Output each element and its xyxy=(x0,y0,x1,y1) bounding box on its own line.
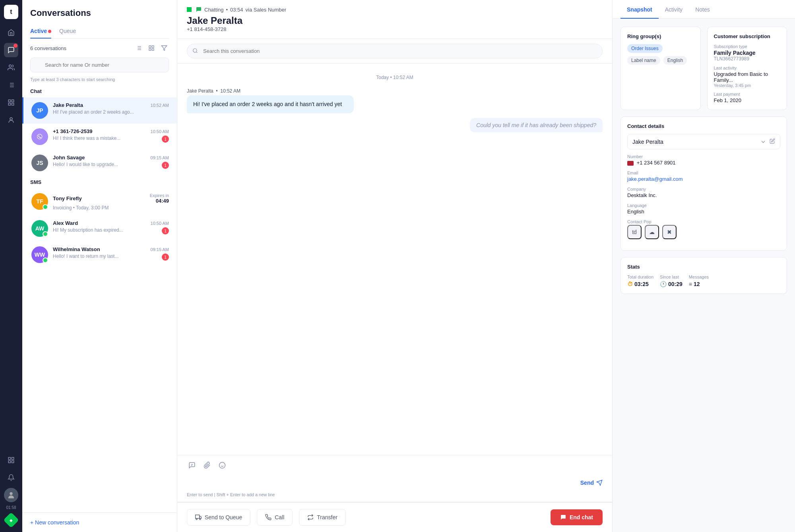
channel-status-dot xyxy=(187,7,192,12)
chat-bottom-bar: Send to Queue Call Transfer End chat xyxy=(177,502,612,532)
conv-item-info: Wilhelmina Watson 09:15 AM Hello! I want… xyxy=(53,246,169,263)
chat-text-input[interactable] xyxy=(187,475,576,491)
new-conversation-button[interactable]: + New conversation xyxy=(30,519,79,526)
contact-details-card: Contact details Jake Peralta Number +1 2… xyxy=(620,116,787,251)
nav-home-icon[interactable] xyxy=(4,25,18,40)
svg-rect-37 xyxy=(196,515,200,518)
svg-point-40 xyxy=(200,518,201,520)
messages-icon: ≡ xyxy=(689,281,692,287)
pop-icon-x[interactable]: ✖ xyxy=(662,225,677,239)
nav-teams-icon[interactable] xyxy=(4,113,18,127)
chat-input-area: Send Enter to send | Shift + Enter to ad… xyxy=(177,455,612,502)
nav-contacts-icon[interactable] xyxy=(4,60,18,75)
ring-groups-title: Ring group(s) xyxy=(627,33,694,39)
conv-item-name: +1 361-726-2539 xyxy=(53,128,92,134)
ring-group-tag: Label name xyxy=(627,56,660,65)
list-item[interactable]: AW Alex Ward 10:50 AM Hi! My subscriptio… xyxy=(22,215,177,242)
conv-item-preview: Hello! I would like to upgrade... xyxy=(53,162,118,169)
stat-total-duration-value: ⏱ 03:25 xyxy=(627,281,653,287)
chat-search-input[interactable] xyxy=(187,44,603,58)
last-activity-time: Yesterday, 3:45 pm xyxy=(714,83,781,88)
unread-badge: 1 xyxy=(162,135,169,143)
ring-group-tag: Order Issues xyxy=(627,44,663,53)
tab-snapshot[interactable]: Snapshot xyxy=(620,0,659,18)
email-label: Email xyxy=(627,170,780,175)
contact-language: English xyxy=(627,209,780,215)
conv-item-name: John Savage xyxy=(53,155,85,161)
contact-selector[interactable]: Jake Peralta xyxy=(627,134,780,149)
list-item[interactable]: JP Jake Peralta 10:52 AM Hi! I've placed… xyxy=(22,97,177,124)
conv-item-preview: Hi! I've placed an order 2 weeks ago... xyxy=(53,109,134,115)
stats-card: Stats Total duration ⏱ 03:25 Since last … xyxy=(620,257,787,294)
conv-list-view-btn[interactable] xyxy=(134,43,143,53)
avatar: JS xyxy=(31,155,48,171)
avatar: WW xyxy=(31,246,48,263)
end-chat-icon xyxy=(560,514,566,520)
nav-tasks-icon[interactable] xyxy=(4,78,18,92)
attach-icon[interactable] xyxy=(202,460,212,472)
contact-details-title: Contact details xyxy=(627,123,780,129)
sms-badge xyxy=(43,257,48,263)
tab-queue[interactable]: Queue xyxy=(59,25,76,38)
transfer-button[interactable]: Transfer xyxy=(299,509,346,526)
conv-item-info: Alex Ward 10:50 AM Hi! My subscription h… xyxy=(53,220,169,237)
list-item[interactable]: +1 361-726-2539 10:50 AM Hi! I think the… xyxy=(22,124,177,150)
chat-customer-name: Jake Peralta xyxy=(187,15,603,26)
contact-email-row: Email jake.peralta@gmail.com xyxy=(627,170,780,182)
end-chat-button[interactable]: End chat xyxy=(551,509,603,525)
send-button[interactable]: Send xyxy=(580,480,603,486)
svg-point-11 xyxy=(10,118,12,120)
conv-item-preview: Hello! I want to return my last... xyxy=(53,253,118,261)
svg-point-34 xyxy=(219,462,225,468)
expires-time: 04:49 xyxy=(150,198,169,204)
conv-item-time: 10:52 AM xyxy=(151,103,169,108)
chat-customer-phone: +1 814-458-3728 xyxy=(187,26,603,32)
user-avatar[interactable] xyxy=(4,488,18,502)
active-tab-badge xyxy=(48,30,51,33)
ring-groups-card: Ring group(s) Order Issues Label name En… xyxy=(620,27,701,110)
svg-rect-12 xyxy=(8,457,10,459)
list-item[interactable]: JS John Savage 09:15 AM Hello! I would l… xyxy=(22,150,177,176)
stat-messages-label: Messages xyxy=(689,275,709,279)
call-button[interactable]: Call xyxy=(257,509,293,526)
send-to-queue-button[interactable]: Send to Queue xyxy=(187,509,250,526)
company-label: Company xyxy=(627,187,780,192)
tab-notes[interactable]: Notes xyxy=(689,0,716,18)
nav-reports-icon[interactable] xyxy=(4,95,18,110)
emoji-icon[interactable] xyxy=(217,460,227,472)
avatar xyxy=(31,128,48,145)
svg-marker-27 xyxy=(161,46,167,50)
conv-filter-btn[interactable] xyxy=(159,43,169,53)
svg-marker-38 xyxy=(200,516,202,518)
stat-total-duration-label: Total duration xyxy=(627,275,653,279)
pop-icon-td[interactable]: td xyxy=(627,225,642,239)
message-bubble: Hi! I've placed an order 2 weeks ago and… xyxy=(187,95,354,113)
pop-icon-cloud[interactable]: ☁ xyxy=(645,225,659,239)
nav-bell-icon[interactable] xyxy=(4,470,18,485)
conv-grid-view-btn[interactable] xyxy=(147,43,156,53)
list-item[interactable]: TF Tony Firefly Expires in 04:49 Invoici… xyxy=(22,188,177,215)
stats-title: Stats xyxy=(627,264,780,270)
main-chat-area: Chatting • 03:54 via Sales Number Jake P… xyxy=(177,0,612,532)
contact-number: +1 234 567 8901 xyxy=(627,160,780,166)
unread-badge: 1 xyxy=(162,162,169,169)
tab-active[interactable]: Active xyxy=(30,25,51,38)
conv-tabs: Active Queue xyxy=(30,25,169,39)
tab-activity[interactable]: Activity xyxy=(659,0,689,18)
message-template-icon[interactable] xyxy=(187,460,197,472)
search-input[interactable] xyxy=(30,58,169,72)
contact-edit-button[interactable] xyxy=(770,138,775,145)
stat-messages-value: ≡ 12 xyxy=(689,281,709,287)
conv-item-time: 10:50 AM xyxy=(151,129,169,134)
list-item[interactable]: WW Wilhelmina Watson 09:15 AM Hello! I w… xyxy=(22,242,177,268)
conv-meta: 6 conversations xyxy=(22,39,177,58)
last-payment-label: Last payment xyxy=(714,92,781,97)
conv-item-info: +1 361-726-2539 10:50 AM Hi! I think the… xyxy=(53,128,169,145)
chat-body: Today • 10:52 AM Jake Peralta • 10:52 AM… xyxy=(177,39,612,502)
conv-item-name: Alex Ward xyxy=(53,220,78,226)
nav-grid-icon[interactable] xyxy=(4,453,18,467)
stat-since-last-value: 🕐 00:29 xyxy=(660,281,683,287)
status-indicator[interactable]: ◆ xyxy=(3,512,19,528)
nav-conversations-icon[interactable] xyxy=(4,43,18,57)
svg-rect-25 xyxy=(152,48,154,50)
